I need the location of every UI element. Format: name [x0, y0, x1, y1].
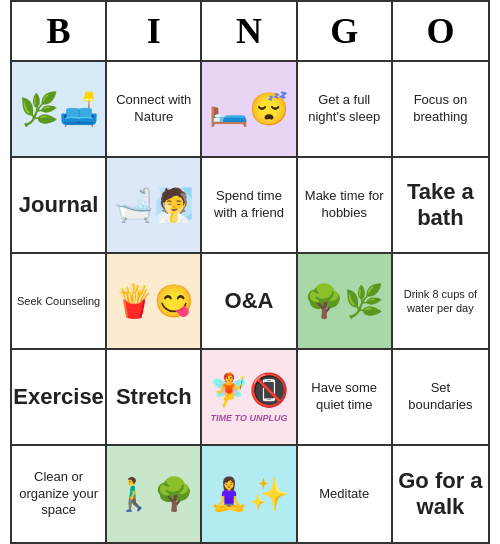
bingo-cell-r4c5[interactable]: Set boundaries [393, 350, 488, 446]
cell-text-r1c5: Focus on breathing [397, 92, 484, 126]
bingo-cell-r2c3[interactable]: Spend time with a friend [202, 158, 297, 254]
header-letter: O [393, 2, 488, 60]
cell-text-r4c1: Exercise [13, 384, 104, 410]
cell-text-r1c2: Connect with Nature [111, 92, 196, 126]
bingo-cell-r1c4[interactable]: Get a full night's sleep [298, 62, 393, 158]
cell-text-r3c5: Drink 8 cups of water per day [397, 287, 484, 316]
cell-text-r3c1: Seek Counseling [17, 294, 100, 308]
bingo-cell-r2c4[interactable]: Make time for hobbies [298, 158, 393, 254]
bingo-cell-r3c4[interactable]: 🌳🌿 [298, 254, 393, 350]
cell-text-r2c3: Spend time with a friend [206, 188, 291, 222]
bingo-cell-r3c3[interactable]: O&A [202, 254, 297, 350]
bingo-cell-r5c3[interactable]: 🧘‍♀️✨ [202, 446, 297, 542]
bingo-card: BINGO 🌿🛋️Connect with Nature🛏️😴Get a ful… [10, 0, 490, 544]
bingo-grid: 🌿🛋️Connect with Nature🛏️😴Get a full nigh… [12, 62, 488, 542]
bingo-cell-r1c3[interactable]: 🛏️😴 [202, 62, 297, 158]
cell-text-r4c5: Set boundaries [397, 380, 484, 414]
bingo-cell-r3c1[interactable]: Seek Counseling [12, 254, 107, 350]
cell-image-r4c3: 🧚📵TIME TO UNPLUG [202, 350, 295, 444]
cell-image-r3c4: 🌳🌿 [298, 254, 391, 348]
cell-text-r2c1: Journal [19, 192, 98, 218]
header-letter: N [202, 2, 297, 60]
bingo-cell-r2c5[interactable]: Take a bath [393, 158, 488, 254]
bingo-cell-r3c5[interactable]: Drink 8 cups of water per day [393, 254, 488, 350]
header-letter: I [107, 2, 202, 60]
cell-text-r5c1: Clean or organize your space [16, 469, 101, 520]
bingo-header: BINGO [12, 2, 488, 62]
cell-text-r2c4: Make time for hobbies [302, 188, 387, 222]
bingo-cell-r5c5[interactable]: Go for a walk [393, 446, 488, 542]
bingo-cell-r1c2[interactable]: Connect with Nature [107, 62, 202, 158]
header-letter: G [298, 2, 393, 60]
cell-image-r3c2: 🍟😋 [107, 254, 200, 348]
cell-image-r5c2: 🚶‍♂️🌳 [107, 446, 200, 542]
bingo-cell-r4c3[interactable]: 🧚📵TIME TO UNPLUG [202, 350, 297, 446]
bingo-cell-r3c2[interactable]: 🍟😋 [107, 254, 202, 350]
header-letter: B [12, 2, 107, 60]
cell-text-r1c4: Get a full night's sleep [302, 92, 387, 126]
cell-image-r1c1: 🌿🛋️ [12, 62, 105, 156]
cell-text-r4c2: Stretch [116, 384, 192, 410]
bingo-cell-r2c1[interactable]: Journal [12, 158, 107, 254]
cell-text-r2c5: Take a bath [397, 179, 484, 232]
bingo-cell-r4c1[interactable]: Exercise [12, 350, 107, 446]
cell-text-r3c3: O&A [225, 288, 274, 314]
cell-image-r5c3: 🧘‍♀️✨ [202, 446, 295, 542]
bingo-cell-r1c5[interactable]: Focus on breathing [393, 62, 488, 158]
cell-image-r1c3: 🛏️😴 [202, 62, 295, 156]
bingo-cell-r2c2[interactable]: 🛁🧖 [107, 158, 202, 254]
cell-image-r2c2: 🛁🧖 [107, 158, 200, 252]
cell-text-r5c4: Meditate [319, 486, 369, 503]
bingo-cell-r5c2[interactable]: 🚶‍♂️🌳 [107, 446, 202, 542]
cell-text-r5c5: Go for a walk [397, 468, 484, 521]
cell-text-r4c4: Have some quiet time [302, 380, 387, 414]
bingo-cell-r1c1[interactable]: 🌿🛋️ [12, 62, 107, 158]
bingo-cell-r5c1[interactable]: Clean or organize your space [12, 446, 107, 542]
bingo-cell-r4c4[interactable]: Have some quiet time [298, 350, 393, 446]
bingo-cell-r4c2[interactable]: Stretch [107, 350, 202, 446]
bingo-cell-r5c4[interactable]: Meditate [298, 446, 393, 542]
